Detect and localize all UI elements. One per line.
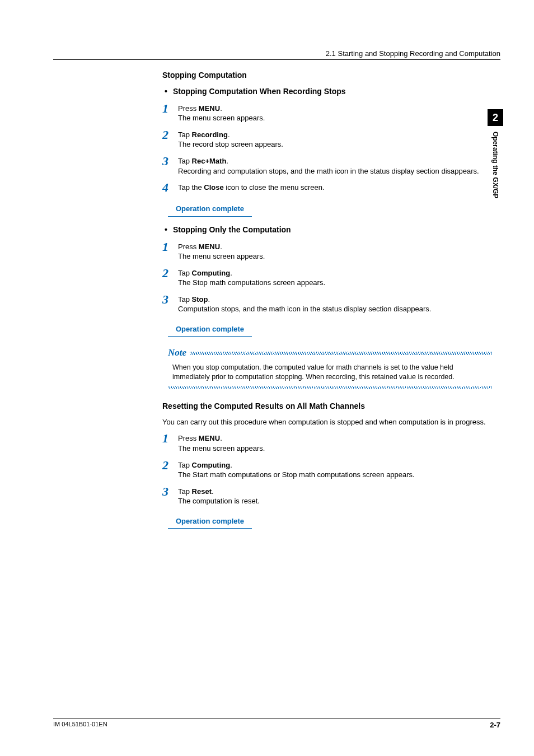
step-item: 2 Tap Computing. The Stop math computati… — [162, 267, 492, 288]
step-number: 3 — [162, 486, 178, 506]
operation-complete-badge: Operation complete — [168, 322, 252, 337]
step-number: 1 — [162, 102, 178, 123]
bullet-icon: • — [165, 225, 167, 235]
step-item: 3 Tap Rec+Math. Recording and computatio… — [162, 155, 492, 176]
footer-pagenum: 2-7 — [490, 721, 500, 729]
note-block: Note When you stop computation, the comp… — [168, 347, 492, 389]
footer-docid: IM 04L51B01-01EN — [53, 721, 107, 729]
section-intro: You can carry out this procedure when co… — [162, 417, 492, 427]
step-item: 3 Tap Stop. Computation stops, and the m… — [162, 293, 492, 314]
step-number: 2 — [162, 459, 178, 480]
step-number: 1 — [162, 432, 178, 453]
step-item: 3 Tap Reset. The computation is reset. — [162, 486, 492, 506]
step-number: 2 — [162, 267, 178, 288]
chapter-title: Operating the GX/GP — [491, 132, 499, 198]
operation-complete-badge: Operation complete — [168, 202, 252, 217]
section-heading: Stopping Computation — [162, 70, 492, 81]
chapter-tab: 2 Operating the GX/GP — [487, 109, 504, 198]
step-number: 1 — [162, 241, 178, 262]
step-item: 1 Press MENU. The menu screen appears. — [162, 102, 492, 123]
step-item: 2 Tap Computing. The Start math computat… — [162, 459, 492, 480]
operation-complete-badge: Operation complete — [168, 514, 252, 529]
step-number: 3 — [162, 155, 178, 176]
header-breadcrumb: 2.1 Starting and Stopping Recording and … — [53, 49, 500, 60]
hatch-decor — [190, 352, 492, 355]
hatch-decor — [168, 386, 492, 389]
step-number: 4 — [162, 181, 178, 194]
subsection-heading: • Stopping Computation When Recording St… — [165, 86, 492, 97]
subsection-heading: • Stopping Only the Computation — [165, 225, 492, 235]
step-item: 4 Tap the Close icon to close the menu s… — [162, 181, 492, 194]
bullet-icon: • — [165, 86, 167, 97]
note-label: Note — [168, 347, 186, 360]
section-heading: Resetting the Computed Results on All Ma… — [162, 401, 492, 412]
step-item: 1 Press MENU. The menu screen appears. — [162, 432, 492, 453]
step-number: 2 — [162, 129, 178, 150]
step-number: 3 — [162, 293, 178, 314]
note-body: When you stop computation, the computed … — [168, 360, 492, 384]
step-item: 1 Press MENU. The menu screen appears. — [162, 241, 492, 262]
step-item: 2 Tap Recording. The record stop screen … — [162, 129, 492, 150]
page-footer: IM 04L51B01-01EN 2-7 — [53, 718, 500, 729]
chapter-number: 2 — [488, 109, 503, 126]
